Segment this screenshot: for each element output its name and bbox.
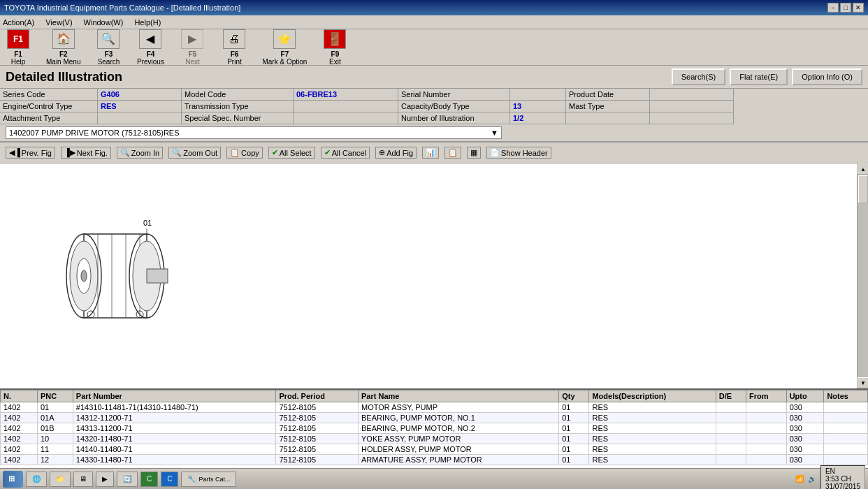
search-s-button[interactable]: Search(S) [672,68,726,85]
prev-fig-button[interactable]: ◀▐ Prev. Fig [6,147,55,159]
cell-pnc: 12 [37,455,73,465]
col-n: N. [1,391,38,402]
f7-icon: ⭐ [273,29,296,49]
exit-button[interactable]: 🚪 F9 Exit [321,29,349,66]
taskbar-parts-app[interactable]: 🔧 Parts Cat... [181,472,236,487]
option-info-button[interactable]: Option Info (O) [792,68,862,85]
cell-pnc: 10 [37,434,73,444]
copy-button[interactable]: 📋 Copy [226,147,263,159]
taskbar-ie[interactable]: 🌐 [26,472,47,487]
cell-n: 1402 [1,434,38,444]
folder-icon: 📁 [56,475,64,483]
table-row[interactable]: 14021214330-11480-717512-8105ARMATURE AS… [1,455,868,465]
table-row[interactable]: 14021014320-11480-717512-8105YOKE ASSY, … [1,434,868,444]
all-cancel-button[interactable]: ✔ All Cancel [321,147,370,159]
all-select-button[interactable]: ✔ All Select [268,147,315,159]
print-button[interactable]: 🖨 F6 Print [220,29,248,66]
taskbar-computer[interactable]: 🖥 [73,472,93,487]
taskbar-app2[interactable]: C [161,472,178,487]
cell-prod-period: 7512-8105 [276,444,359,455]
next-fig-button[interactable]: ▐▶ Next Fig. [61,147,111,159]
cell-notes [824,413,868,423]
cell-from [746,402,786,413]
menu-bar: Action(A) View(V) Window(W) Help(H) [0,15,868,29]
grid-btn1[interactable]: 📊 [422,147,439,159]
zoom-in-icon: 🔍 [120,148,130,157]
table-row[interactable]: 140201#14310-11481-71(14310-11480-71)751… [1,402,868,413]
menu-window[interactable]: Window(W) [84,18,124,27]
scroll-down-button[interactable]: ▼ [858,377,868,388]
f4-icon: ◀ [139,29,161,49]
close-button[interactable]: ✕ [853,3,864,13]
zoom-in-button[interactable]: 🔍 Zoom In [117,147,163,159]
f5-icon: ▶ [181,29,203,49]
grid-icon3: ▦ [470,148,477,157]
next-fig-label: Next Fig. [77,149,108,157]
clock-time: 3:53 CH [825,475,860,483]
col-models: Models(Description) [589,391,716,402]
grid-btn2[interactable]: 📋 [444,147,461,159]
table-row[interactable]: 14021114140-11480-717512-8105HOLDER ASSY… [1,444,868,455]
windows-icon: ⊞ [8,474,15,483]
cell-from [746,413,786,423]
show-header-label: Show Header [501,149,548,157]
taskbar-folder[interactable]: 📁 [50,472,71,487]
minimize-button[interactable]: − [827,3,839,13]
attachment-type-value [98,112,182,124]
taskbar-refresh[interactable]: 🔄 [117,472,138,487]
next-button[interactable]: ▶ F5 Next [178,29,206,66]
zoom-in-label: Zoom In [131,149,159,157]
cell-de [716,402,746,413]
clock-language: EN [825,467,860,475]
menu-view[interactable]: View(V) [45,18,72,27]
taskbar-app1[interactable]: C [140,472,158,487]
cell-de [716,455,746,465]
grid-icon2: 📋 [448,148,458,157]
media-icon: ▶ [102,475,108,483]
zoom-out-button[interactable]: 🔍 Zoom Out [168,147,221,159]
add-fig-label: Add Fig [386,149,413,157]
table-row[interactable]: 140201B14313-11200-717512-8105BEARING, P… [1,423,868,434]
main-menu-button[interactable]: 🏠 F2 Main Menu [46,29,80,66]
num-illustration-label: Number of Illustration [398,112,510,124]
search-button[interactable]: 🔍 F3 Search [94,29,122,66]
table-header-row: N. PNC Part Number Prod. Period Part Nam… [1,391,868,402]
attachment-type-label: Attachment Type [0,112,98,124]
cell-qty: 01 [559,402,589,413]
illustration-container: 01 93240-28020 50 94613 [0,163,868,388]
add-fig-button[interactable]: ⊕ Add Fig [375,147,417,159]
all-select-label: All Select [280,149,312,157]
f2-icon: 🏠 [52,29,75,49]
parts-table-body: 140201#14310-11481-71(14310-11480-71)751… [1,402,868,465]
extra-cell1 [566,112,650,124]
vertical-scrollbar[interactable]: ▲ ▼ [857,163,868,388]
illustration-dropdown[interactable]: 1402007 PUMP DRIVE MOTOR (7512-8105)RES … [6,126,502,139]
info-grid: Series Code G406 Model Code 06-FBRE13 Se… [0,88,868,124]
product-date-label: Product Date [566,89,650,101]
menu-action[interactable]: Action(A) [3,18,34,27]
cell-prod-period: 7512-8105 [276,413,359,423]
scroll-thumb[interactable] [858,175,868,203]
menu-help[interactable]: Help(H) [134,18,161,27]
cell-de [716,434,746,444]
start-button[interactable]: ⊞ [3,471,23,488]
flat-rate-button[interactable]: Flat rate(E) [730,68,788,85]
cell-part-name: HOLDER ASSY, PUMP MOTOR [359,444,559,455]
mast-type-label: Mast Type [566,101,650,112]
grid-btn3[interactable]: ▦ [467,147,481,159]
f1-icon: F1 [7,29,29,49]
svg-point-5 [81,270,87,282]
all-cancel-icon: ✔ [324,148,331,157]
previous-button[interactable]: ◀ F4 Previous [136,29,164,66]
taskbar-media[interactable]: ▶ [96,472,114,487]
transmission-value [294,101,398,112]
help-button[interactable]: F1 F1 Help [4,29,32,66]
table-row[interactable]: 140201A14312-11200-717512-8105BEARING, P… [1,413,868,423]
cell-models: RES [589,423,716,434]
scroll-up-button[interactable]: ▲ [858,163,868,175]
zoom-out-icon: 🔍 [172,148,182,157]
mark-option-button[interactable]: ⭐ F7 Mark & Option [262,29,307,66]
maximize-button[interactable]: □ [840,3,851,13]
parts-table: N. PNC Part Number Prod. Period Part Nam… [0,390,868,465]
show-header-button[interactable]: 📄 Show Header [486,147,551,159]
